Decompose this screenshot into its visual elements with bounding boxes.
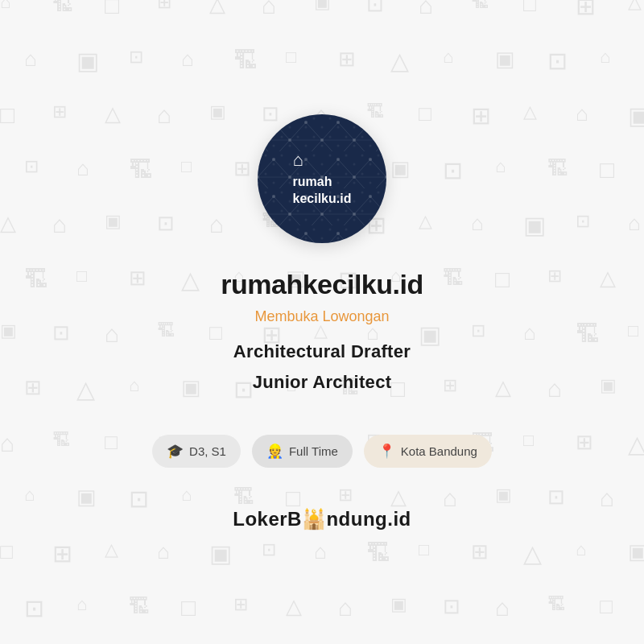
logo-text-block: ⌂ rumah kecilku.id [287,142,358,213]
footer-prefix: LokerB [233,508,302,530]
tag-location-label: Kota Bandung [401,444,477,458]
opening-label: Membuka Lowongan [254,308,389,325]
tag-work-type: 👷 Full Time [252,435,353,468]
graduation-icon: 🎓 [167,443,184,460]
worker-icon: 👷 [266,443,283,460]
logo-brand-line2: kecilku.id [293,192,352,205]
tag-location: 📍 Kota Bandung [364,435,492,468]
tags-container: 🎓 D3, S1 👷 Full Time 📍 Kota Bandung [152,435,492,468]
footer-suffix: ndung.id [326,508,411,530]
job-title-1: Architectural Drafter [233,341,411,362]
footer-middle-icon: 🕌 [302,508,327,530]
job-title-2: Junior Architect [253,372,392,393]
company-name: rumahkecilku.id [221,269,423,300]
logo-brand-line1: rumah [293,175,332,188]
house-logo-icon: ⌂ [293,149,352,172]
company-logo: ⌂ rumah kecilku.id [258,114,386,243]
tag-education-label: D3, S1 [189,444,226,458]
location-icon: 📍 [378,443,395,460]
tag-education: 🎓 D3, S1 [152,435,241,468]
main-content: ⌂ rumah kecilku.id rumahkecilku.id Membu… [136,98,508,547]
tag-work-label: Full Time [289,444,338,458]
footer-brand: LokerB🕌ndung.id [233,508,411,530]
